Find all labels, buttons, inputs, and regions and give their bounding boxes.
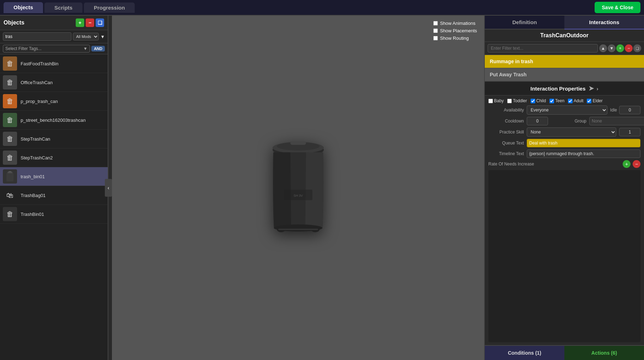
actions-button[interactable]: Actions (6)	[564, 346, 644, 360]
filter-copy-button[interactable]: ❑	[633, 44, 641, 52]
left-panel: Objects + − ❑ All Mods ▼ Select Filter T…	[0, 16, 108, 360]
queue-text-input[interactable]	[527, 139, 640, 147]
interaction-rummage[interactable]: Rummage in trash	[485, 55, 644, 68]
age-toddler-checkbox[interactable]: Toddler	[507, 98, 527, 103]
show-animations-input[interactable]	[433, 21, 438, 26]
age-child-checkbox[interactable]: Child	[531, 98, 546, 103]
tab-interactions[interactable]: Interactions	[564, 16, 644, 29]
right-panel: Definition Interactions TrashCanOutdoor …	[484, 16, 644, 360]
collapse-left-panel-button[interactable]: ‹	[105, 179, 112, 197]
object-name: TrashBag01	[21, 193, 45, 198]
age-adult-checkbox[interactable]: Adult	[568, 98, 583, 103]
needs-remove-button[interactable]: −	[633, 160, 640, 168]
main-layout: Objects + − ❑ All Mods ▼ Select Filter T…	[0, 16, 644, 360]
group-label: Group	[551, 119, 586, 124]
objects-panel-title: Objects	[4, 20, 25, 26]
group-input[interactable]	[589, 117, 644, 125]
tab-progression[interactable]: Progression	[84, 2, 135, 13]
list-item[interactable]: 🗑 StepTrashCan	[0, 130, 108, 148]
object-icon	[3, 169, 17, 184]
list-item[interactable]: 🗑 TrashBin01	[0, 205, 108, 224]
conditions-button[interactable]: Conditions (1)	[485, 346, 564, 360]
top-bar: Objects Scripts Progression Save & Close	[0, 0, 644, 16]
mod-filter-dropdown[interactable]: All Mods	[73, 33, 99, 40]
list-item[interactable]: 🗑 FastFoodTrashBin	[0, 54, 108, 73]
age-child-input[interactable]	[531, 99, 535, 103]
and-badge: AND	[91, 46, 105, 51]
show-routing-checkbox[interactable]: Show Routing	[433, 36, 477, 41]
filter-text-input[interactable]	[488, 44, 598, 53]
list-item-selected[interactable]: trash_bin01	[0, 167, 108, 186]
timeline-text-row: Timeline Text	[488, 149, 640, 158]
timeline-text-label: Timeline Text	[488, 151, 524, 156]
right-content: TrashCanOutdoor ▲ ▼ + − ❑ Rummage in tra…	[485, 29, 644, 360]
cooldown-input[interactable]	[527, 117, 548, 125]
copy-object-button[interactable]: ❑	[96, 18, 104, 27]
tab-objects[interactable]: Objects	[4, 2, 43, 13]
object-name: OfficeTrashCan	[21, 80, 53, 85]
object-name: StepTrashCan	[21, 136, 50, 142]
object-name: trash_bin01	[21, 174, 45, 179]
age-baby-checkbox[interactable]: Baby	[488, 98, 504, 103]
list-item[interactable]: 🗑 p_prop_trash_can	[0, 92, 108, 111]
age-adult-input[interactable]	[568, 99, 573, 103]
practice-skill-level-input[interactable]	[619, 128, 640, 136]
object-icon: 🛍	[3, 188, 17, 202]
list-item[interactable]: 🗑 p_street_bench162003trashcan	[0, 111, 108, 130]
mod-dropdown-arrow: ▼	[100, 34, 105, 39]
availability-dropdown[interactable]: Everyone	[527, 105, 607, 115]
remove-object-button[interactable]: −	[86, 18, 94, 27]
tab-definition[interactable]: Definition	[485, 16, 564, 29]
search-input[interactable]	[3, 32, 71, 41]
filter-add-button[interactable]: +	[616, 44, 624, 52]
practice-skill-dropdown[interactable]: None	[527, 127, 616, 137]
search-filter-row: All Mods ▼	[0, 30, 108, 43]
svg-rect-2	[9, 171, 11, 172]
filter-tags-arrow-icon: ▼	[83, 46, 87, 51]
show-placements-checkbox[interactable]: Show Placements	[433, 28, 477, 33]
object-name: p_prop_trash_can	[21, 99, 58, 104]
svg-rect-12	[278, 229, 318, 230]
needs-add-button[interactable]: +	[623, 160, 630, 168]
svg-rect-6	[290, 141, 306, 145]
filter-down-button[interactable]: ▼	[608, 44, 616, 52]
age-baby-input[interactable]	[488, 99, 493, 103]
list-item[interactable]: 🗑 StepTrashCan2	[0, 148, 108, 167]
object-name: StepTrashCan2	[21, 155, 53, 160]
idle-input[interactable]	[619, 106, 640, 114]
object-name: p_street_bench162003trashcan	[21, 118, 86, 123]
collapse-right-icon: ›	[597, 86, 599, 92]
timeline-text-input[interactable]	[527, 149, 640, 158]
age-elder-input[interactable]	[587, 99, 591, 103]
save-close-button[interactable]: Save & Close	[595, 2, 640, 13]
filter-remove-button[interactable]: −	[625, 44, 633, 52]
cooldown-row: Cooldown Group PerHuman	[488, 117, 640, 125]
list-item[interactable]: 🛍 TrashBag01	[0, 186, 108, 205]
age-toddler-input[interactable]	[507, 99, 512, 103]
idle-row: Idle	[610, 106, 640, 114]
header-icons: + − ❑	[76, 18, 104, 27]
object-title: TrashCanOutdoor	[485, 29, 644, 42]
arrow-right-icon: ➤	[589, 84, 594, 92]
list-item[interactable]: 🗑 OfficeTrashCan	[0, 73, 108, 92]
interaction-properties-body: Baby Toddler Child Teen	[485, 96, 644, 345]
tab-scripts[interactable]: Scripts	[44, 2, 82, 13]
queue-text-row: Queue Text	[488, 139, 640, 147]
object-icon: 🗑	[3, 113, 17, 127]
age-teen-checkbox[interactable]: Teen	[549, 98, 564, 103]
object-icon: 🗑	[3, 207, 17, 221]
age-elder-checkbox[interactable]: Elder	[587, 98, 602, 103]
show-placements-input[interactable]	[433, 28, 438, 33]
needs-increase-label: Rate Of Needs Increase	[488, 162, 621, 167]
interaction-put-away[interactable]: Put Away Trash	[485, 68, 644, 81]
bottom-buttons: Conditions (1) Actions (6)	[485, 345, 644, 360]
filter-up-button[interactable]: ▲	[599, 44, 607, 52]
viewport-options: Show Animations Show Placements Show Rou…	[433, 21, 477, 41]
add-object-button[interactable]: +	[76, 18, 84, 27]
object-list: 🗑 FastFoodTrashBin 🗑 OfficeTrashCan 🗑 p_…	[0, 54, 108, 360]
show-routing-input[interactable]	[433, 36, 438, 40]
left-panel-header: Objects + − ❑	[0, 16, 108, 30]
age-teen-input[interactable]	[549, 99, 554, 103]
filter-tags-dropdown[interactable]: Select Filter Tags... ▼	[3, 45, 90, 53]
show-animations-checkbox[interactable]: Show Animations	[433, 21, 477, 26]
